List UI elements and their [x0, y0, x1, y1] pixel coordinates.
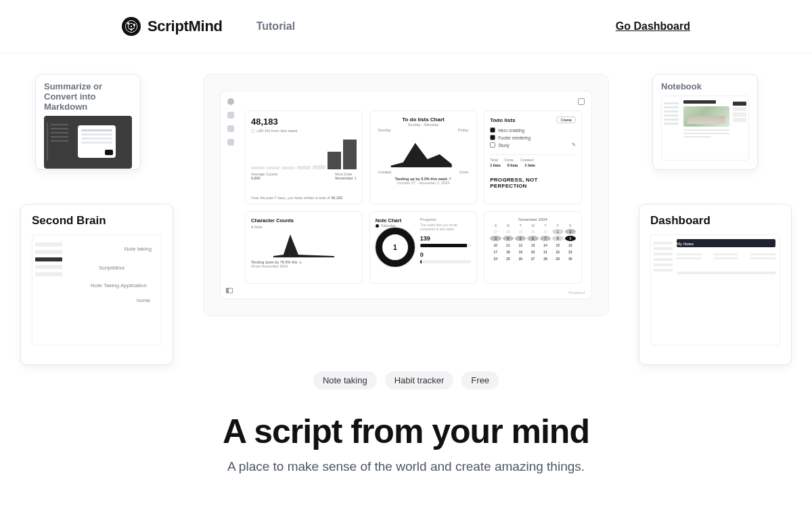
todo-item: Hero creating	[490, 127, 576, 133]
tag-note-taking[interactable]: Note taking	[313, 371, 377, 389]
second-brain-preview: Note taking ScriptMind Note Taking Appli…	[32, 234, 162, 345]
dashboard-preview: My Notes	[650, 234, 780, 345]
rail-icon	[227, 112, 234, 119]
svg-marker-1	[273, 234, 334, 257]
donut-chart-icon: 1	[376, 228, 415, 267]
todo-item: Footer rendering	[490, 135, 576, 140]
feature-card-analytics[interactable]: Powered 48,183 ▢ +20.1% from last week A…	[203, 74, 609, 316]
graph-node: Note taking	[125, 246, 152, 252]
stat-tile-todo-list: Todo lists Create Hero creating Footer r…	[484, 110, 582, 205]
collapse-icon	[226, 288, 233, 293]
preview-footer: Powered	[568, 291, 585, 295]
expand-icon	[578, 98, 585, 105]
card-title: Dashboard	[650, 214, 780, 228]
tag-habit-tracker[interactable]: Habit tracker	[385, 371, 454, 389]
brand-logo[interactable]: ScriptMind	[122, 17, 223, 36]
calendar-grid: 272829303112 3456789 10111213141516 1718…	[490, 229, 576, 261]
avatar-icon	[227, 98, 234, 105]
site-header: ScriptMind Tutorial Go Dashboard	[0, 0, 812, 54]
stat-tile-char-counts: Character Counts ● Note Tending down by …	[245, 211, 363, 284]
feature-card-notebook[interactable]: Notebook	[652, 74, 758, 170]
tag-free[interactable]: Free	[461, 371, 499, 389]
graph-node: home	[137, 297, 150, 303]
fingerprint-icon	[122, 17, 141, 36]
hero-subtitle: A place to make sense of the world and c…	[0, 459, 812, 474]
brand-name: ScriptMind	[148, 18, 223, 35]
dashboard-heading: My Notes	[677, 242, 694, 246]
rail-icon	[227, 125, 234, 132]
graph-node: Note Taking Application	[91, 282, 147, 289]
header-left: ScriptMind Tutorial	[122, 17, 295, 36]
stat-tile-todo-chart: To do lists Chart Sunday - Saturday Sund…	[369, 110, 477, 205]
feature-card-second-brain[interactable]: Second Brain Note taking ScriptMind Note…	[20, 204, 173, 365]
stat-tile-calendar: November 2024 SMTWTFS 272829303112 34567…	[484, 211, 582, 284]
card-title: Second Brain	[32, 214, 162, 228]
app-rail	[226, 98, 235, 146]
rail-icon	[227, 139, 234, 146]
feature-card-summarize[interactable]: Summarize or Convert into Markdown	[35, 74, 141, 170]
analytics-preview: Powered 48,183 ▢ +20.1% from last week A…	[220, 91, 592, 299]
feature-card-dashboard[interactable]: Dashboard My Notes	[639, 204, 792, 365]
hero-title: A script from your mind	[0, 412, 812, 451]
nav-go-dashboard[interactable]: Go Dashboard	[616, 20, 690, 33]
svg-marker-0	[390, 143, 451, 167]
hero-showcase: Summarize or Convert into Markdown Secon…	[0, 74, 812, 385]
card-title: Summarize or Convert into Markdown	[44, 81, 132, 112]
hero-tags: Note taking Habit tracker Free	[0, 371, 812, 389]
graph-node: ScriptMind	[99, 265, 125, 271]
notebook-preview	[661, 96, 749, 161]
create-button: Create	[556, 117, 576, 123]
stat-value: 48,183	[251, 117, 357, 127]
stat-tile-total: 48,183 ▢ +20.1% from last week Average C…	[245, 110, 363, 205]
stat-tile-note-chart: Note Chart Saturday 1 Progress The notes…	[369, 211, 477, 284]
notebook-heading	[683, 100, 716, 104]
area-chart-icon	[376, 135, 471, 167]
card-title: Notebook	[661, 81, 749, 91]
spike-chart-icon	[251, 230, 357, 257]
hero-headline: A script from your mind A place to make …	[0, 412, 812, 474]
summarize-preview	[44, 116, 132, 169]
todo-item: Study✎	[490, 142, 576, 148]
nav-tutorial[interactable]: Tutorial	[256, 20, 295, 33]
